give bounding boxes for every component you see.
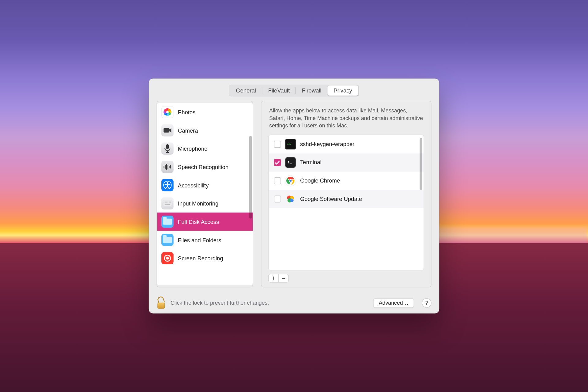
- svg-rect-9: [164, 128, 169, 132]
- sidebar-item-label: Microphone: [178, 145, 207, 152]
- app-name: Terminal: [300, 159, 322, 165]
- exec-icon: exec: [285, 139, 296, 149]
- sidebar-item-label: Full Disk Access: [178, 218, 219, 225]
- tab-filevault[interactable]: FileVault: [262, 85, 296, 96]
- svg-rect-26: [169, 202, 170, 202]
- svg-point-8: [166, 111, 169, 113]
- advanced-button[interactable]: Advanced…: [373, 298, 414, 308]
- app-row[interactable]: Google Software Update: [269, 190, 424, 208]
- photos-icon: [161, 106, 174, 118]
- sidebar-item-microphone[interactable]: Microphone: [157, 139, 253, 158]
- tab-segmented-control: General FileVault Firewall Privacy: [229, 85, 359, 96]
- app-checkbox[interactable]: [274, 177, 281, 184]
- folder-icon: [161, 234, 174, 246]
- sidebar-item-accessibility[interactable]: Accessibility: [157, 176, 253, 194]
- sidebar-item-label: Accessibility: [178, 182, 209, 188]
- sidebar-item-input-monitoring[interactable]: Input Monitoring: [157, 194, 253, 213]
- lock-text: Click the lock to prevent further change…: [171, 300, 269, 306]
- svg-rect-21: [163, 201, 172, 206]
- app-list-container: exec sshd-keygen-wrapper Terminal: [268, 134, 424, 270]
- app-list: exec sshd-keygen-wrapper Terminal: [269, 135, 424, 270]
- sidebar-item-camera[interactable]: Camera: [157, 121, 253, 140]
- record-icon: [161, 252, 174, 264]
- sidebar-item-screen-recording[interactable]: Screen Recording: [157, 249, 253, 267]
- tab-privacy[interactable]: Privacy: [327, 85, 358, 96]
- content-body: Photos Camera Microphone: [149, 101, 439, 292]
- category-sidebar: Photos Camera Microphone: [156, 101, 253, 287]
- chrome-icon: [285, 175, 296, 186]
- app-row[interactable]: exec sshd-keygen-wrapper: [269, 135, 424, 153]
- sidebar-item-photos[interactable]: Photos: [157, 103, 253, 121]
- app-row[interactable]: Terminal: [269, 153, 424, 172]
- svg-text:exec: exec: [287, 143, 291, 145]
- app-checkbox[interactable]: [274, 159, 281, 166]
- add-remove-controls: + –: [268, 274, 424, 282]
- sidebar-scrollbar[interactable]: [249, 136, 252, 219]
- sidebar-item-label: Photos: [178, 109, 195, 115]
- sidebar-item-label: Files and Folders: [178, 237, 221, 243]
- app-name: Google Chrome: [300, 177, 340, 184]
- svg-rect-28: [165, 204, 170, 205]
- svg-rect-25: [168, 202, 168, 202]
- sidebar-item-label: Camera: [178, 127, 198, 134]
- accessibility-icon: [161, 179, 174, 191]
- svg-rect-27: [170, 202, 171, 202]
- window-footer: Click the lock to prevent further change…: [149, 292, 439, 313]
- add-remove-buttons: + –: [268, 274, 289, 282]
- waveform-icon: [161, 161, 174, 173]
- detail-pane: Allow the apps below to access data like…: [261, 101, 432, 287]
- category-list: Photos Camera Microphone: [157, 103, 253, 285]
- svg-point-20: [167, 182, 168, 184]
- app-name: sshd-keygen-wrapper: [300, 141, 355, 147]
- tab-general[interactable]: General: [230, 85, 262, 96]
- sidebar-item-files-and-folders[interactable]: Files and Folders: [157, 231, 253, 249]
- app-name: Google Software Update: [300, 196, 362, 202]
- sidebar-item-full-disk-access[interactable]: Full Disk Access: [157, 213, 253, 231]
- svg-rect-22: [164, 202, 164, 202]
- remove-button[interactable]: –: [278, 274, 288, 282]
- sidebar-item-label: Speech Recognition: [178, 164, 228, 170]
- app-row[interactable]: Google Chrome: [269, 172, 424, 190]
- app-checkbox[interactable]: [274, 195, 281, 202]
- preferences-window: General FileVault Firewall Privacy: [149, 79, 439, 314]
- description-text: Allow the apps below to access data like…: [269, 107, 424, 129]
- svg-point-30: [166, 257, 169, 260]
- svg-rect-24: [166, 202, 167, 202]
- sidebar-item-speech[interactable]: Speech Recognition: [157, 158, 253, 176]
- sidebar-item-label: Screen Recording: [178, 255, 223, 261]
- svg-point-39: [290, 198, 293, 202]
- lock-icon[interactable]: [156, 297, 166, 309]
- sidebar-item-label: Input Monitoring: [178, 200, 218, 206]
- help-button[interactable]: ?: [422, 298, 431, 308]
- camera-icon: [161, 124, 174, 137]
- folder-icon: [161, 216, 174, 228]
- tab-bar: General FileVault Firewall Privacy: [149, 79, 439, 101]
- microphone-icon: [161, 142, 174, 155]
- tab-firewall[interactable]: Firewall: [296, 85, 327, 96]
- terminal-icon: [285, 157, 296, 168]
- google-update-icon: [285, 194, 296, 204]
- app-checkbox[interactable]: [274, 141, 281, 148]
- app-list-scrollbar[interactable]: [420, 138, 422, 190]
- add-button[interactable]: +: [269, 274, 278, 282]
- svg-rect-23: [165, 202, 166, 202]
- svg-rect-10: [166, 144, 169, 149]
- keyboard-icon: [161, 197, 174, 209]
